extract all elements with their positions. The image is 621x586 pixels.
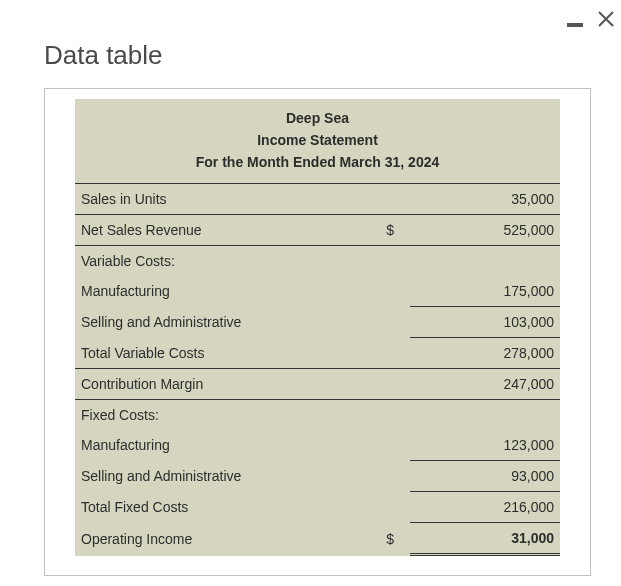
label-contribution-margin: Contribution Margin xyxy=(75,369,371,400)
value-total-fixed-costs: 216,000 xyxy=(410,492,560,523)
row-variable-costs-heading: Variable Costs: xyxy=(75,246,560,277)
label-vc-manufacturing: Manufacturing xyxy=(75,276,371,307)
label-variable-costs: Variable Costs: xyxy=(75,246,371,277)
value-sales-units: 35,000 xyxy=(410,184,560,215)
value-contribution-margin: 247,000 xyxy=(410,369,560,400)
row-vc-selling-admin: Selling and Administrative 103,000 xyxy=(75,307,560,338)
company-name: Deep Sea xyxy=(79,107,556,129)
value-net-sales-revenue: 525,000 xyxy=(410,215,560,246)
income-statement-table: Deep Sea Income Statement For the Month … xyxy=(75,99,560,556)
label-fixed-costs: Fixed Costs: xyxy=(75,400,371,431)
row-fc-manufacturing: Manufacturing 123,000 xyxy=(75,430,560,461)
row-net-sales-revenue: Net Sales Revenue $ 525,000 xyxy=(75,215,560,246)
currency-symbol: $ xyxy=(371,523,410,555)
value-total-variable-costs: 278,000 xyxy=(410,338,560,369)
currency-symbol: $ xyxy=(371,215,410,246)
value-operating-income: 31,000 xyxy=(410,523,560,555)
statement-header: Deep Sea Income Statement For the Month … xyxy=(75,99,560,183)
label-net-sales-revenue: Net Sales Revenue xyxy=(75,215,371,246)
row-sales-units: Sales in Units 35,000 xyxy=(75,184,560,215)
row-fc-selling-admin: Selling and Administrative 93,000 xyxy=(75,461,560,492)
row-contribution-margin: Contribution Margin 247,000 xyxy=(75,369,560,400)
label-total-variable-costs: Total Variable Costs xyxy=(75,338,371,369)
label-fc-manufacturing: Manufacturing xyxy=(75,430,371,461)
label-fc-selling-admin: Selling and Administrative xyxy=(75,461,371,492)
statement-period: For the Month Ended March 31, 2024 xyxy=(79,151,556,173)
row-total-fixed-costs: Total Fixed Costs 216,000 xyxy=(75,492,560,523)
value-vc-manufacturing: 175,000 xyxy=(410,276,560,307)
label-operating-income: Operating Income xyxy=(75,523,371,555)
statement-body: Sales in Units 35,000 Net Sales Revenue … xyxy=(75,183,560,556)
label-vc-selling-admin: Selling and Administrative xyxy=(75,307,371,338)
minimize-icon[interactable] xyxy=(567,10,583,30)
close-icon[interactable] xyxy=(597,10,615,31)
row-operating-income: Operating Income $ 31,000 xyxy=(75,523,560,555)
content-scroll-pane[interactable]: Deep Sea Income Statement For the Month … xyxy=(44,88,591,576)
window-controls xyxy=(0,0,621,40)
value-fc-manufacturing: 123,000 xyxy=(410,430,560,461)
statement-title: Income Statement xyxy=(79,129,556,151)
value-fc-selling-admin: 93,000 xyxy=(410,461,560,492)
label-sales-units: Sales in Units xyxy=(75,184,371,215)
row-total-variable-costs: Total Variable Costs 278,000 xyxy=(75,338,560,369)
row-fixed-costs-heading: Fixed Costs: xyxy=(75,400,560,431)
row-vc-manufacturing: Manufacturing 175,000 xyxy=(75,276,560,307)
value-vc-selling-admin: 103,000 xyxy=(410,307,560,338)
label-total-fixed-costs: Total Fixed Costs xyxy=(75,492,371,523)
page-title: Data table xyxy=(44,40,621,71)
